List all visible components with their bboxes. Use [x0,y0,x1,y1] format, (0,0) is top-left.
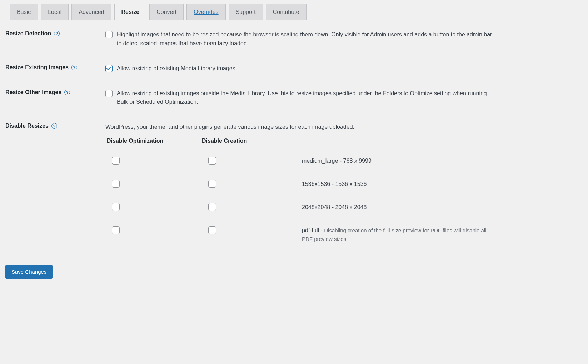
checkbox-label-detection: Highlight images that need to be resized… [117,30,498,48]
size-name: pdf-full - [302,227,324,233]
help-icon[interactable]: ? [64,90,70,95]
size-row: pdf-full - Disabling creation of the ful… [105,226,498,243]
help-icon[interactable]: ? [54,31,60,36]
label-text: Resize Detection [5,30,51,37]
label-resize-existing: Resize Existing Images ? [5,64,105,71]
label-disable-resizes: Disable Resizes ? [5,123,105,129]
content-disable-resizes: WordPress, your theme, and other plugins… [105,123,498,131]
checkbox-existing[interactable] [105,65,113,72]
tab-convert[interactable]: Convert [149,4,184,20]
row-resize-existing: Resize Existing Images ? Allow resizing … [5,64,583,73]
checkbox-disable-creation[interactable] [208,203,216,211]
size-desc: pdf-full - Disabling creation of the ful… [302,226,498,243]
checkbox-disable-optimization[interactable] [112,226,120,234]
tab-resize[interactable]: Resize [114,4,147,20]
checkbox-disable-optimization[interactable] [112,157,120,165]
help-icon[interactable]: ? [71,65,77,70]
sizes-header: Disable Optimization Disable Creation [105,138,498,144]
size-note: Disabling creation of the full-size prev… [302,227,487,242]
label-text: Resize Other Images [5,89,61,96]
size-desc: 1536x1536 - 1536 x 1536 [302,180,498,188]
settings-tabs: Basic Local Advanced Resize Convert Over… [5,4,583,20]
content-resize-detection: Highlight images that need to be resized… [105,30,498,48]
size-row: medium_large - 768 x 9999 [105,157,498,166]
checkbox-disable-creation[interactable] [208,180,216,188]
size-name: 2048x2048 - 2048 x 2048 [302,204,367,210]
checkbox-label-existing: Allow resizing of existing Media Library… [117,64,237,73]
content-resize-other: Allow resizing of existing images outsid… [105,89,498,107]
checkbox-disable-creation[interactable] [208,157,216,165]
checkbox-disable-optimization[interactable] [112,203,120,211]
checkbox-label-other: Allow resizing of existing images outsid… [117,89,498,107]
size-name: 1536x1536 - 1536 x 1536 [302,181,367,187]
row-sizes-table: Disable Optimization Disable Creation me… [5,138,583,258]
label-resize-other: Resize Other Images ? [5,89,105,96]
help-icon[interactable]: ? [51,123,57,129]
checkbox-line-detection[interactable]: Highlight images that need to be resized… [105,30,498,48]
size-desc: medium_large - 768 x 9999 [302,157,498,165]
size-name: medium_large - 768 x 9999 [302,158,372,164]
row-resize-detection: Resize Detection ? Highlight images that… [5,30,583,48]
col-header-optimization: Disable Optimization [105,138,202,144]
col-header-creation: Disable Creation [202,138,302,144]
size-row: 2048x2048 - 2048 x 2048 [105,203,498,212]
checkbox-disable-creation[interactable] [208,226,216,234]
col-header-desc [302,138,498,144]
checkbox-disable-optimization[interactable] [112,180,120,188]
disable-intro: WordPress, your theme, and other plugins… [105,123,498,131]
row-disable-resizes: Disable Resizes ? WordPress, your theme,… [5,123,583,131]
checkbox-line-existing[interactable]: Allow resizing of existing Media Library… [105,64,498,73]
form-area: Resize Detection ? Highlight images that… [5,30,583,279]
sizes-table: Disable Optimization Disable Creation me… [105,138,498,258]
checkbox-other[interactable] [105,90,113,97]
size-desc: 2048x2048 - 2048 x 2048 [302,203,498,212]
checkbox-line-other[interactable]: Allow resizing of existing images outsid… [105,89,498,107]
checkbox-detection[interactable] [105,31,113,38]
label-text: Disable Resizes [5,123,49,129]
tab-contribute[interactable]: Contribute [266,4,307,20]
label-resize-detection: Resize Detection ? [5,30,105,37]
tab-basic[interactable]: Basic [10,4,38,20]
content-resize-existing: Allow resizing of existing Media Library… [105,64,498,73]
tab-advanced[interactable]: Advanced [71,4,111,20]
save-button[interactable]: Save Changes [5,265,53,279]
row-resize-other: Resize Other Images ? Allow resizing of … [5,89,583,107]
label-text: Resize Existing Images [5,64,69,71]
tab-local[interactable]: Local [41,4,69,20]
tab-support[interactable]: Support [229,4,263,20]
tab-overrides[interactable]: Overrides [186,4,225,20]
size-row: 1536x1536 - 1536 x 1536 [105,180,498,189]
